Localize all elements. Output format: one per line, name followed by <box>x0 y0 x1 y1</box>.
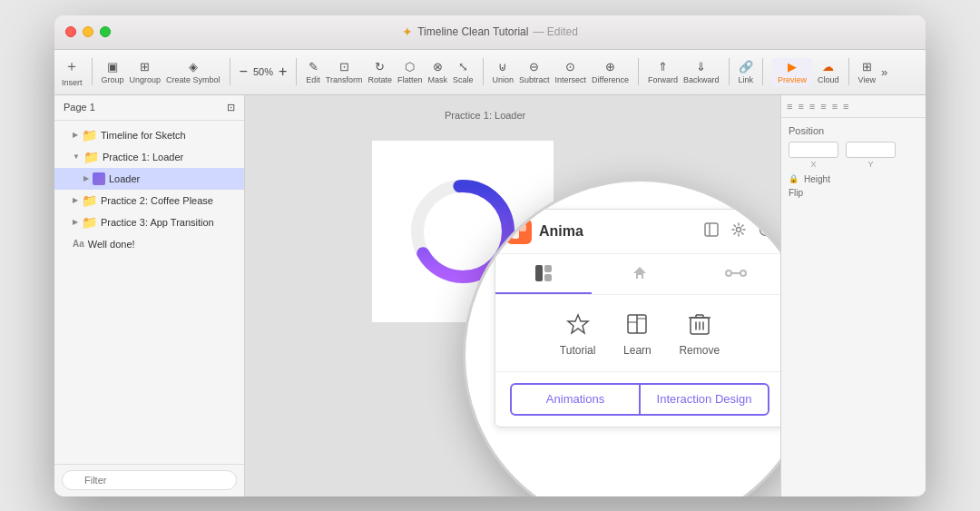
svg-rect-9 <box>544 265 552 272</box>
maximize-button[interactable] <box>100 26 111 37</box>
anima-header: Anima <box>495 210 780 254</box>
page-label[interactable]: Page 1 <box>64 102 95 113</box>
main-area: Page 1 ⊡ ▶ 📁 Timeline for Sketch ▼ 📁 Pra… <box>54 95 926 496</box>
canvas-area[interactable]: Practice 1: Loader <box>245 95 780 496</box>
learn-label: Learn <box>623 344 652 357</box>
insert-button[interactable]: ＋ Insert <box>62 57 83 87</box>
artboard-label: Practice 1: Loader <box>445 110 525 121</box>
edit-button[interactable]: ✎ Edit <box>306 60 320 84</box>
remove-button[interactable]: Remove <box>679 310 720 357</box>
position-row: Position <box>789 125 918 136</box>
anima-header-icons <box>704 222 773 241</box>
animations-button[interactable]: Animations <box>510 383 640 416</box>
zoom-minus[interactable]: − <box>240 64 248 80</box>
sidebar-item-loader[interactable]: ▶ Loader <box>54 168 244 190</box>
align-icon-5[interactable]: ≡ <box>832 101 838 112</box>
mask-button[interactable]: ⊗ Mask <box>428 60 448 84</box>
zoom-value: 50% <box>250 66 276 77</box>
position-label: Position <box>789 125 824 136</box>
filter-wrapper: 🔍 <box>62 470 237 490</box>
intersect-button[interactable]: ⊙ Intersect <box>555 60 587 84</box>
ungroup-button[interactable]: ⊞ Ungroup <box>130 60 162 84</box>
sidebar-item-label-5: Practice 3: App Transition <box>101 217 214 228</box>
anima-title: Anima <box>539 223 583 240</box>
remove-icon <box>685 310 714 339</box>
align-icon-2[interactable]: ≡ <box>798 101 803 112</box>
forward-button[interactable]: ⇑ Forward <box>648 60 678 84</box>
sidebar-item-label: Timeline for Sketch <box>101 130 186 141</box>
tutorial-label: Tutorial <box>560 344 596 357</box>
x-input[interactable] <box>789 142 838 158</box>
tutorial-button[interactable]: Tutorial <box>560 310 596 357</box>
sidebar-item-timeline[interactable]: ▶ 📁 Timeline for Sketch <box>54 124 244 146</box>
flip-label: Flip <box>789 188 803 198</box>
sidebar-header: Page 1 ⊡ <box>54 95 244 121</box>
anima-tab-connect[interactable] <box>688 254 780 294</box>
scale-button[interactable]: ⤡ Scale <box>453 60 474 84</box>
learn-button[interactable]: Learn <box>622 310 652 357</box>
preview-button[interactable]: ▶ Preview <box>772 58 812 86</box>
difference-button[interactable]: ⊕ Difference <box>592 60 629 84</box>
right-panel: ≡ ≡ ≡ ≡ ≡ ≡ Position X Y <box>780 95 926 496</box>
svg-rect-4 <box>705 223 718 236</box>
view-button[interactable]: ⊞ View <box>858 60 876 84</box>
union-button[interactable]: ⊍ Union <box>493 60 514 84</box>
svg-point-6 <box>737 227 741 231</box>
triangle-icon-4: ▶ <box>73 196 78 204</box>
align-icon-4[interactable]: ≡ <box>820 101 826 112</box>
anima-tabs-row <box>495 254 780 295</box>
triangle-icon-3: ▶ <box>83 174 89 182</box>
subtract-button[interactable]: ⊖ Subtract <box>519 60 550 84</box>
create-symbol-button[interactable]: ◈ Create Symbol <box>166 60 220 84</box>
anima-tab-prototype[interactable] <box>592 254 688 294</box>
filter-input[interactable] <box>62 470 237 490</box>
app-window: ✦ Timeline Clean Tutorial — Edited ＋ Ins… <box>54 15 926 496</box>
remove-label: Remove <box>679 344 720 357</box>
toolbar-separator-7 <box>762 58 763 85</box>
align-icon-6[interactable]: ≡ <box>843 101 848 112</box>
anima-tab-layout[interactable] <box>495 254 592 294</box>
flatten-button[interactable]: ⬡ Flatten <box>397 60 423 84</box>
interaction-design-button[interactable]: Interaction Design <box>640 383 769 416</box>
x-label: X <box>810 160 816 169</box>
clock-icon[interactable] <box>759 222 773 241</box>
settings-icon[interactable] <box>731 222 746 241</box>
zoom-plus[interactable]: + <box>279 64 287 80</box>
toolbar-separator-3 <box>296 58 297 85</box>
triangle-icon-2: ▼ <box>73 152 80 161</box>
sidebar-item-welldone[interactable]: Aa Well done! <box>54 233 244 255</box>
svg-rect-3 <box>519 224 526 231</box>
lock-icon: 🔒 <box>789 174 799 183</box>
anima-switcher: Animations Interaction Design <box>495 372 780 427</box>
zoom-control[interactable]: − 50% + <box>240 64 288 80</box>
backward-button[interactable]: ⇓ Backward <box>683 60 720 84</box>
transform-button[interactable]: ⊡ Transform <box>326 60 363 84</box>
panel-icon[interactable] <box>704 222 719 241</box>
rotate-button[interactable]: ↻ Rotate <box>368 60 392 84</box>
sidebar-item-label-4: Practice 2: Coffee Please <box>101 195 213 206</box>
sidebar-item-practice2[interactable]: ▶ 📁 Practice 2: Coffee Please <box>54 190 244 211</box>
sidebar-tree: ▶ 📁 Timeline for Sketch ▼ 📁 Practice 1: … <box>54 121 244 464</box>
cloud-button[interactable]: ☁ Cloud <box>818 60 839 84</box>
sidebar-item-label-2: Practice 1: Loader <box>103 152 183 162</box>
align-icon-1[interactable]: ≡ <box>787 101 792 112</box>
y-input[interactable] <box>846 142 896 158</box>
layer-icon <box>93 172 105 185</box>
link-button[interactable]: 🔗 Link <box>739 60 754 84</box>
sidebar-item-label-6: Well done! <box>88 239 135 250</box>
window-title-suffix: — Edited <box>533 25 577 38</box>
sidebar-item-practice3[interactable]: ▶ 📁 Practice 3: App Transition <box>54 211 244 233</box>
height-label: Height <box>804 174 830 184</box>
close-button[interactable] <box>65 26 76 37</box>
group-button[interactable]: ▣ Group <box>102 60 124 84</box>
traffic-lights <box>65 26 111 37</box>
sidebar-collapse-icon[interactable]: ⊡ <box>227 102 235 113</box>
toolbar-separator-5 <box>638 58 639 85</box>
sidebar-item-practice1[interactable]: ▼ 📁 Practice 1: Loader <box>54 146 244 168</box>
learn-icon <box>622 310 652 339</box>
more-button[interactable]: » <box>881 65 887 79</box>
minimize-button[interactable] <box>83 26 93 37</box>
svg-point-7 <box>760 223 772 235</box>
align-icon-3[interactable]: ≡ <box>809 101 815 112</box>
anima-panel: Anima <box>495 209 780 427</box>
